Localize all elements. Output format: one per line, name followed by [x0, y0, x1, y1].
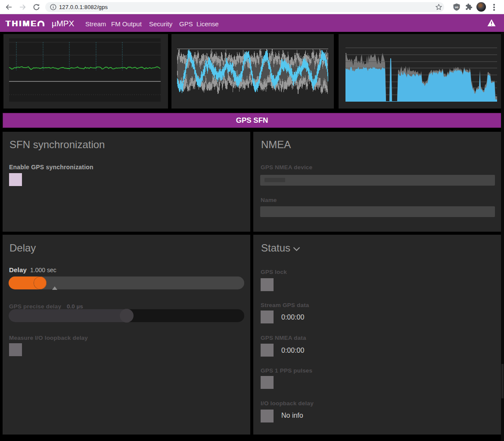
- svg-text:uo: uo: [455, 6, 458, 9]
